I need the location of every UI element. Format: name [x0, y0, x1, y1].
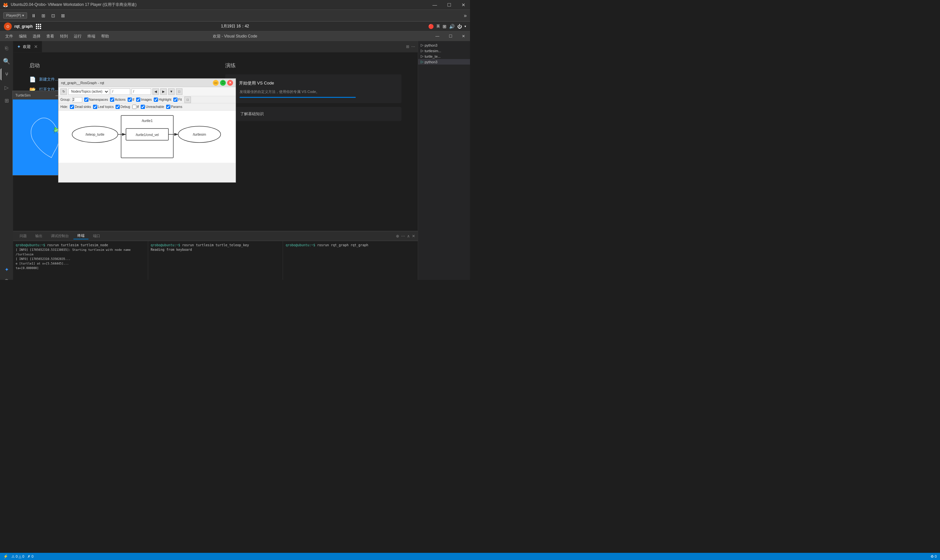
vm-icon2[interactable]: ⊡	[50, 12, 57, 19]
rqt-fit-check[interactable]: Fit	[173, 97, 182, 102]
activity-source-control-icon[interactable]: ⑂	[1, 69, 12, 80]
more-actions-icon[interactable]: ⋯	[411, 45, 415, 49]
terminal-pane-2[interactable]: qrobo@ubuntu:~$ rosrun turtlesim turtle_…	[148, 241, 283, 280]
rqt-leaf-topics-check[interactable]: Leaf topics	[93, 105, 114, 109]
rqt-highlight-check[interactable]: Highlight	[154, 97, 171, 102]
tab-welcome[interactable]: ✦ 欢迎 ✕	[13, 41, 42, 52]
rqt-filter-input-1[interactable]	[111, 88, 130, 95]
terminal-more-icon[interactable]: ⋯	[401, 234, 405, 238]
rqt-forward-button[interactable]: ▶	[160, 88, 167, 95]
activity-settings-icon[interactable]: ⚙	[1, 275, 12, 280]
network-icon[interactable]: ⊞	[442, 24, 447, 29]
rqt-refresh-button[interactable]: ↻	[60, 88, 67, 95]
sidebar-item-python3-1[interactable]: ▷ python3	[418, 42, 470, 48]
pause-icon[interactable]: ⏸	[30, 12, 37, 19]
volume-icon[interactable]: 🔊	[449, 24, 455, 29]
rqt-namespaces-checkbox[interactable]	[84, 97, 88, 102]
vscode-title: 欢迎 - Visual Studio Code	[213, 34, 257, 39]
rqt-back-button[interactable]: ◀	[153, 88, 159, 95]
menu-select[interactable]: 选择	[30, 33, 43, 40]
vmware-close-button[interactable]: ✕	[457, 0, 470, 10]
rqt-unreachable-check[interactable]: Unreachable	[141, 105, 164, 109]
rqt-dead-sinks-check[interactable]: Dead sinks	[70, 105, 91, 109]
tab-welcome-close[interactable]: ✕	[34, 44, 38, 49]
terminal-tab-output[interactable]: 输出	[31, 233, 46, 239]
activity-remote-icon[interactable]: ✦	[1, 263, 12, 275]
terminal-close-icon[interactable]: ✕	[412, 234, 415, 238]
vscode-restore-button[interactable]: ☐	[444, 31, 457, 41]
activity-search-icon[interactable]: 🔍	[1, 55, 12, 67]
rqt-minimize-button[interactable]: —	[213, 80, 219, 86]
menu-view[interactable]: 查看	[44, 33, 57, 40]
rqt-down-button[interactable]: ▼	[168, 88, 175, 95]
rqt-params-check[interactable]: Params	[166, 105, 182, 109]
menu-help[interactable]: 帮助	[99, 33, 112, 40]
rqt-actions-check[interactable]: Actions	[110, 97, 126, 102]
rqt-dead-sinks-checkbox[interactable]	[70, 105, 74, 109]
lang-icon[interactable]: 英	[436, 24, 440, 29]
rqt-images-check[interactable]: Images	[136, 97, 152, 102]
rqt-group-input[interactable]	[72, 97, 82, 102]
record-icon[interactable]: 🔴	[428, 24, 434, 29]
terminal-add-icon[interactable]: ⊕	[396, 234, 399, 238]
rqt-tf-checkbox-2[interactable]	[132, 105, 136, 109]
rqt-unreachable-checkbox[interactable]	[141, 105, 145, 109]
rqt-tf-check-1[interactable]: tf	[128, 97, 134, 102]
sidebar-item-turtle-te[interactable]: ▷ turtle_te...	[418, 54, 470, 59]
rqt-fit-btn[interactable]: □	[184, 97, 191, 103]
terminal-pane-1[interactable]: qrobo@ubuntu:~$ rosrun turtlesim turtles…	[13, 241, 148, 280]
rqt-namespaces-check[interactable]: Namespaces	[84, 97, 108, 102]
rqt-actions-checkbox[interactable]	[110, 97, 114, 102]
turtlesim-title: TurtleSim	[15, 93, 31, 97]
rqt-filter-input-2[interactable]	[131, 88, 151, 95]
menu-file[interactable]: 文件	[3, 33, 16, 40]
ubuntu-apps-grid	[35, 23, 42, 30]
rqt-highlight-checkbox[interactable]	[154, 97, 158, 102]
terminal-tab-problems[interactable]: 问题	[16, 233, 31, 239]
split-editor-icon[interactable]: ⊞	[406, 45, 409, 49]
sidebar-toggle-icon[interactable]: »	[464, 13, 467, 18]
menu-edit[interactable]: 编辑	[16, 33, 29, 40]
sidebar-item-python3-2[interactable]: ▷ python3	[418, 59, 470, 65]
vscode-minimize-button[interactable]: —	[431, 31, 444, 41]
rqt-close-button[interactable]: ✕	[227, 80, 233, 86]
rqt-nodes-dropdown[interactable]: Nodes/Topics (active)	[68, 88, 109, 95]
dropdown-arrow-icon[interactable]: ▾	[464, 25, 466, 28]
vmware-maximize-button[interactable]: ☐	[442, 0, 456, 10]
terminal-tab-ports[interactable]: 端口	[89, 233, 104, 239]
vscode-close-button[interactable]: ✕	[457, 31, 470, 41]
activity-extensions-icon[interactable]: ⊞	[1, 95, 12, 106]
vm-icon3[interactable]: ⊠	[60, 12, 66, 19]
terminal-pane-3[interactable]: qrobo@ubuntu:~$ rosrun rqt_graph rqt_gra…	[283, 241, 418, 280]
rqt-debug-check[interactable]: Debug	[116, 105, 130, 109]
terminal-tab-terminal[interactable]: 终端	[74, 232, 88, 239]
rqt-expand-button[interactable]: □	[176, 88, 182, 95]
activity-files-icon[interactable]: ⎗	[1, 42, 12, 54]
terminal-cmd-3: rosrun rqt_graph rqt_graph	[317, 243, 368, 247]
vs-code-card[interactable]: ★ 开始使用 VS Code 发现最佳的自定义方法，使用你的专属 VS Code…	[225, 74, 401, 103]
rqt-maximize-button[interactable]: ☐	[220, 80, 226, 86]
player-button[interactable]: Player(P) ▾	[3, 12, 27, 18]
rqt-debug-checkbox[interactable]	[116, 105, 120, 109]
rqt-leaf-topics-checkbox[interactable]	[93, 105, 97, 109]
rqt-params-checkbox[interactable]	[166, 105, 170, 109]
rqt-graph-area: /turtle1 /turtle1/cmd_vel /teleop_turtle…	[59, 111, 236, 163]
activity-debug-icon[interactable]: ▷	[1, 82, 12, 93]
vmware-minimize-button[interactable]: —	[428, 0, 441, 10]
learn-basics-link[interactable]: 💡 了解基础知识	[225, 107, 401, 121]
menu-goto[interactable]: 转到	[57, 33, 71, 40]
menu-terminal[interactable]: 终端	[85, 33, 98, 40]
rqt-images-checkbox[interactable]	[136, 97, 140, 102]
ubuntu-app-name: rqt_graph	[14, 24, 32, 29]
rqt-fit-checkbox[interactable]	[173, 97, 177, 102]
rqt-tf-checkbox-1[interactable]	[128, 97, 132, 102]
power-icon[interactable]: ⏻	[457, 24, 462, 29]
menu-run[interactable]: 运行	[71, 33, 84, 40]
terminal-up-icon[interactable]: ∧	[407, 234, 410, 238]
sidebar-item-turtlesim[interactable]: ▷ turtlesim...	[418, 48, 470, 54]
rqt-tf-check-2[interactable]: tf	[132, 105, 139, 109]
vm-icon1[interactable]: ⊞	[40, 12, 47, 19]
terminal-tab-debug[interactable]: 调试控制台	[47, 233, 73, 239]
terminal-content: qrobo@ubuntu:~$ rosrun turtlesim turtles…	[13, 241, 418, 280]
sidebar-file-icon-4: ▷	[421, 60, 423, 64]
